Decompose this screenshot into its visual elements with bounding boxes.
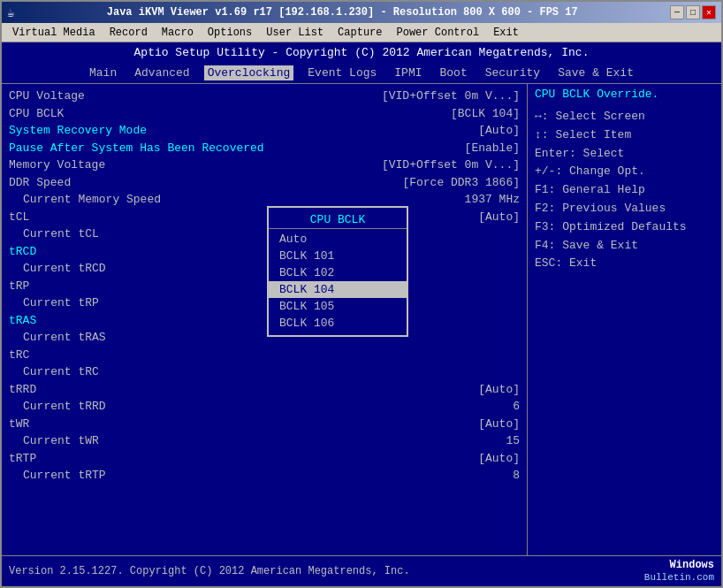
- row-label-9: tRCD: [9, 243, 36, 261]
- bios-row-11: tRP: [9, 278, 520, 295]
- menu-item-capture[interactable]: Capture: [331, 25, 389, 41]
- bios-row-14: Current tRAS: [9, 329, 520, 347]
- menu-item-power-control[interactable]: Power Control: [390, 25, 487, 41]
- dropdown-item-bclk-105[interactable]: BCLK 105: [269, 298, 407, 315]
- bios-nav: MainAdvancedOverclockingEvent LogsIPMIBo…: [2, 63, 721, 84]
- maximize-button[interactable]: □: [686, 5, 700, 19]
- help-enter: Enter: Select: [535, 145, 714, 164]
- menu-item-exit[interactable]: Exit: [486, 25, 526, 41]
- row-label-4: Memory Voltage: [9, 157, 105, 174]
- title-bar-controls: ─ □ ✕: [670, 5, 716, 19]
- bios-row-3: Pause After System Has Been Recovered[En…: [9, 140, 520, 157]
- row-label-5: DDR Speed: [9, 174, 71, 192]
- help-esc: ESC: Exit: [535, 255, 714, 273]
- bios-nav-event-logs[interactable]: Event Logs: [304, 65, 380, 80]
- bios-row-20: Current tWR15: [9, 432, 520, 450]
- bios-row-0: CPU Voltage[VID+Offset 0m V...]: [9, 88, 520, 105]
- row-value-19: [Auto]: [478, 416, 520, 433]
- row-label-13: tRAS: [9, 312, 36, 330]
- bios-row-18: Current tRRD6: [9, 398, 520, 416]
- status-text: Version 2.15.1227. Copyright (C) 2012 Am…: [9, 565, 410, 577]
- bios-row-9: tRCD: [9, 243, 520, 261]
- row-value-18: 6: [513, 398, 520, 416]
- row-value-0: [VID+Offset 0m V...]: [382, 88, 520, 105]
- row-label-2: System Recovery Mode: [9, 122, 147, 140]
- bios-row-12: Current tRP: [9, 294, 520, 312]
- help-f4: F4: Save & Exit: [535, 237, 714, 256]
- bios-nav-overclocking[interactable]: Overclocking: [204, 65, 294, 80]
- bios-row-19: tWR[Auto]: [9, 416, 520, 433]
- row-label-10: Current tRCD: [9, 260, 106, 278]
- help-f2: F2: Previous Values: [535, 200, 714, 218]
- row-value-1: [BCLK 104]: [451, 105, 520, 123]
- row-value-21: [Auto]: [478, 450, 520, 468]
- bios-row-4: Memory Voltage[VID+Offset 0m V...]: [9, 157, 520, 174]
- dropdown-item-auto[interactable]: Auto: [269, 231, 407, 248]
- minimize-button[interactable]: ─: [670, 5, 684, 19]
- cpu-bclk-dropdown[interactable]: CPU BCLK AutoBCLK 101BCLK 102BCLK 104BCL…: [267, 206, 408, 337]
- row-label-18: Current tRRD: [9, 398, 106, 416]
- help-select-screen: ↔: Select Screen: [535, 108, 714, 126]
- row-label-17: tRRD: [9, 381, 36, 399]
- row-label-14: Current tRAS: [9, 329, 106, 347]
- bios-row-17: tRRD[Auto]: [9, 381, 520, 399]
- bios-main-content: CPU Voltage[VID+Offset 0m V...]CPU BCLK[…: [2, 84, 527, 555]
- row-value-5: [Force DDR3 1866]: [402, 174, 520, 192]
- title-bar: ☕ Java iKVM Viewer v1.69 r17 [192.168.1.…: [2, 2, 721, 23]
- bios-row-13: tRAS: [9, 312, 520, 330]
- bios-nav-ipmi[interactable]: IPMI: [391, 65, 425, 80]
- menu-item-options[interactable]: Options: [201, 25, 259, 41]
- bios-nav-advanced[interactable]: Advanced: [131, 65, 193, 80]
- bios-row-6: Current Memory Speed1937 MHz: [9, 191, 520, 209]
- dropdown-title: CPU BCLK: [269, 211, 407, 229]
- bios-container: Aptio Setup Utility - Copyright (C) 2012…: [2, 42, 721, 586]
- bios-row-22: Current tRTP8: [9, 467, 520, 485]
- dropdown-item-bclk-106[interactable]: BCLK 106: [269, 315, 407, 332]
- row-value-22: 8: [513, 467, 520, 485]
- bios-nav-save-&-exit[interactable]: Save & Exit: [554, 65, 637, 80]
- close-button[interactable]: ✕: [702, 5, 716, 19]
- dropdown-item-bclk-102[interactable]: BCLK 102: [269, 264, 407, 281]
- main-window: ☕ Java iKVM Viewer v1.69 r17 [192.168.1.…: [0, 0, 723, 588]
- row-label-19: tWR: [9, 416, 29, 433]
- row-label-6: Current Memory Speed: [9, 191, 161, 209]
- window-title: Java iKVM Viewer v1.69 r17 [192.168.1.23…: [14, 6, 670, 19]
- row-label-7: tCL: [9, 209, 29, 226]
- row-value-6: 1937 MHz: [465, 191, 520, 209]
- status-bar: Version 2.15.1227. Copyright (C) 2012 Am…: [2, 555, 721, 586]
- menu-item-record[interactable]: Record: [103, 25, 155, 41]
- row-value-3: [Enable]: [465, 140, 520, 157]
- menu-item-user-list[interactable]: User List: [259, 25, 331, 41]
- bios-body: CPU Voltage[VID+Offset 0m V...]CPU BCLK[…: [2, 84, 721, 555]
- bios-header: Aptio Setup Utility - Copyright (C) 2012…: [2, 42, 721, 63]
- dropdown-item-bclk-104[interactable]: BCLK 104: [269, 281, 407, 298]
- bios-rows: CPU Voltage[VID+Offset 0m V...]CPU BCLK[…: [9, 88, 520, 485]
- bios-row-5: DDR Speed[Force DDR3 1866]: [9, 174, 520, 192]
- bios-row-8: Current tCL: [9, 225, 520, 243]
- row-value-7: [Auto]: [478, 209, 520, 226]
- row-label-15: tRC: [9, 347, 29, 364]
- bios-row-7: tCL[Auto]: [9, 209, 520, 226]
- row-value-20: 15: [506, 432, 520, 450]
- row-label-16: Current tRC: [9, 363, 99, 381]
- help-f1: F1: General Help: [535, 181, 714, 200]
- row-value-4: [VID+Offset 0m V...]: [382, 157, 520, 174]
- help-f3: F3: Optimized Defaults: [535, 218, 714, 237]
- row-value-17: [Auto]: [478, 381, 520, 399]
- sidebar-description: CPU BCLK Override.: [535, 88, 714, 101]
- bios-row-1: CPU BCLK[BCLK 104]: [9, 105, 520, 123]
- row-label-1: CPU BCLK: [9, 105, 64, 123]
- windows-badge: Windows Bulletin.com: [644, 559, 714, 584]
- dropdown-item-bclk-101[interactable]: BCLK 101: [269, 248, 407, 264]
- bios-nav-boot[interactable]: Boot: [437, 65, 471, 80]
- bios-nav-security[interactable]: Security: [482, 65, 544, 80]
- row-label-20: Current tWR: [9, 432, 99, 450]
- row-label-21: tRTP: [9, 450, 36, 468]
- row-label-11: tRP: [9, 278, 29, 295]
- help-select-item: ↕: Select Item: [535, 126, 714, 145]
- bios-row-15: tRC: [9, 347, 520, 364]
- sidebar-help: ↔: Select Screen ↕: Select Item Enter: S…: [535, 108, 714, 273]
- bios-nav-main[interactable]: Main: [86, 65, 120, 80]
- menu-item-virtual-media[interactable]: Virtual Media: [5, 25, 103, 41]
- menu-item-macro[interactable]: Macro: [155, 25, 201, 41]
